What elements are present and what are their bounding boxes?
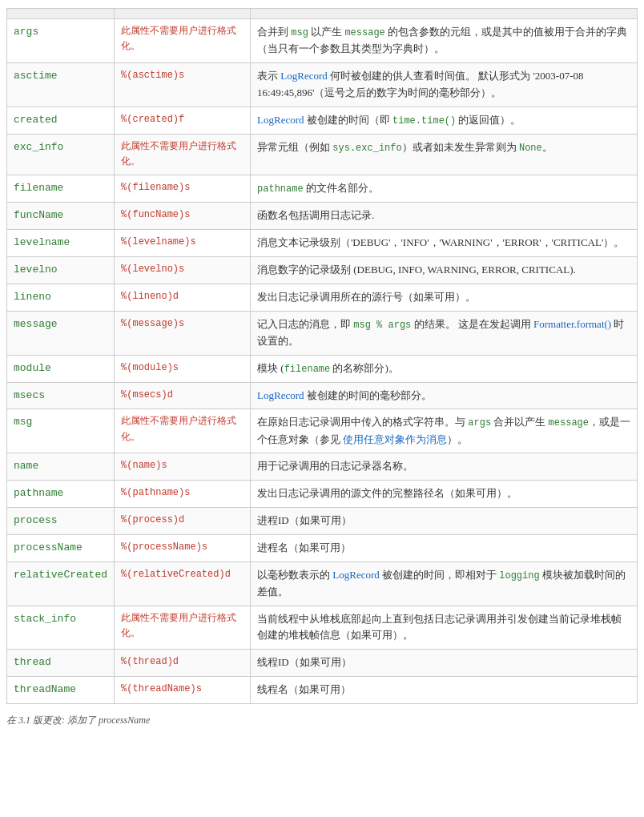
- attr-desc: 表示 LogRecord 何时被创建的供人查看时间值。 默认形式为 '2003-…: [251, 62, 638, 107]
- attr-name: name: [7, 453, 115, 481]
- table-row: lineno%(lineno)d发出日志记录调用所在的源行号（如果可用）。: [7, 284, 638, 311]
- attr-name: threadName: [7, 677, 115, 704]
- table-row: levelname%(levelname)s消息文本记录级别（'DEBUG'，'…: [7, 230, 638, 257]
- attr-name: asctime: [7, 62, 115, 107]
- attr-desc: 发出日志记录调用所在的源行号（如果可用）。: [251, 284, 638, 311]
- table-row: created%(created)fLogRecord 被创建的时间（即 tim…: [7, 107, 638, 134]
- attr-name: stack_info: [7, 606, 115, 650]
- table-row: name%(name)s用于记录调用的日志记录器名称。: [7, 453, 638, 481]
- attr-format: %(funcName)s: [115, 203, 251, 230]
- attr-desc: 在原始日志记录调用中传入的格式字符串。与 args 合并以产生 message，…: [251, 409, 638, 453]
- attr-desc: 模块 (filename 的名称部分)。: [251, 355, 638, 382]
- attr-name: args: [7, 19, 115, 63]
- table-row: msecs%(msecs)dLogRecord 被创建的时间的毫秒部分。: [7, 382, 638, 409]
- attr-format: %(process)d: [115, 508, 251, 535]
- attr-format: %(asctime)s: [115, 62, 251, 107]
- table-row: msg此属性不需要用户进行格式化。在原始日志记录调用中传入的格式字符串。与 ar…: [7, 409, 638, 453]
- attr-desc: 记入日志的消息，即 msg % args 的结果。 这是在发起调用 Format…: [251, 311, 638, 355]
- attr-format: %(created)f: [115, 107, 251, 134]
- col-header-name: [7, 9, 115, 19]
- attr-desc: 消息数字的记录级别 (DEBUG, INFO, WARNING, ERROR, …: [251, 256, 638, 284]
- col-header-desc: [251, 9, 638, 19]
- attr-name: relativeCreated: [7, 561, 115, 606]
- table-row: thread%(thread)d线程ID（如果可用）: [7, 650, 638, 677]
- table-row: relativeCreated%(relativeCreated)d以毫秒数表示…: [7, 561, 638, 606]
- attr-desc: 用于记录调用的日志记录器名称。: [251, 453, 638, 481]
- attr-name: filename: [7, 175, 115, 203]
- attr-name: thread: [7, 650, 115, 677]
- table-row: threadName%(threadName)s线程名（如果可用）: [7, 677, 638, 704]
- attr-desc: LogRecord 被创建的时间的毫秒部分。: [251, 382, 638, 409]
- attr-format: 此属性不需要用户进行格式化。: [115, 134, 251, 175]
- attr-format: 此属性不需要用户进行格式化。: [115, 409, 251, 453]
- attr-desc: 进程名（如果可用）: [251, 534, 638, 561]
- attr-name: pathname: [7, 481, 115, 508]
- attr-format: %(message)s: [115, 311, 251, 355]
- table-row: exc_info此属性不需要用户进行格式化。异常元组（例如 sys.exc_in…: [7, 134, 638, 175]
- attr-desc: 以毫秒数表示的 LogRecord 被创建的时间，即相对于 logging 模块…: [251, 561, 638, 606]
- attr-desc: 函数名包括调用日志记录.: [251, 203, 638, 230]
- attr-format: %(name)s: [115, 453, 251, 481]
- attr-name: processName: [7, 534, 115, 561]
- attr-name: funcName: [7, 203, 115, 230]
- table-row: args此属性不需要用户进行格式化。合并到 msg 以产生 message 的包…: [7, 19, 638, 63]
- attr-format: %(relativeCreated)d: [115, 561, 251, 606]
- table-row: levelno%(levelno)s消息数字的记录级别 (DEBUG, INFO…: [7, 256, 638, 284]
- attr-name: created: [7, 107, 115, 134]
- footer-note: 在 3.1 版更改: 添加了 processName: [6, 714, 638, 727]
- attr-format: %(thread)d: [115, 650, 251, 677]
- attr-name: message: [7, 311, 115, 355]
- attr-format: %(processName)s: [115, 534, 251, 561]
- attr-format: %(pathname)s: [115, 481, 251, 508]
- table-row: module%(module)s模块 (filename 的名称部分)。: [7, 355, 638, 382]
- attr-name: module: [7, 355, 115, 382]
- attr-desc: 进程ID（如果可用）: [251, 508, 638, 535]
- attr-name: process: [7, 508, 115, 535]
- table-row: processName%(processName)s进程名（如果可用）: [7, 534, 638, 561]
- attr-desc: LogRecord 被创建的时间（即 time.time() 的返回值）。: [251, 107, 638, 134]
- attr-name: lineno: [7, 284, 115, 311]
- attr-desc: 线程ID（如果可用）: [251, 650, 638, 677]
- attr-name: exc_info: [7, 134, 115, 175]
- table-row: message%(message)s记入日志的消息，即 msg % args 的…: [7, 311, 638, 355]
- attr-format: %(levelname)s: [115, 230, 251, 257]
- attr-format: %(lineno)d: [115, 284, 251, 311]
- attr-name: levelname: [7, 230, 115, 257]
- col-header-format: [115, 9, 251, 19]
- table-row: process%(process)d进程ID（如果可用）: [7, 508, 638, 535]
- attributes-table: args此属性不需要用户进行格式化。合并到 msg 以产生 message 的包…: [6, 8, 638, 704]
- table-row: filename%(filename)spathname 的文件名部分。: [7, 175, 638, 203]
- attr-desc: 线程名（如果可用）: [251, 677, 638, 704]
- attr-format: %(threadName)s: [115, 677, 251, 704]
- attr-format: %(module)s: [115, 355, 251, 382]
- attr-desc: 合并到 msg 以产生 message 的包含参数的元组，或是其中的值被用于合并…: [251, 19, 638, 63]
- table-row: stack_info此属性不需要用户进行格式化。当前线程中从堆栈底部起向上直到包…: [7, 606, 638, 650]
- attr-format: %(levelno)s: [115, 256, 251, 284]
- attr-format: %(filename)s: [115, 175, 251, 203]
- attr-format: 此属性不需要用户进行格式化。: [115, 606, 251, 650]
- attr-name: levelno: [7, 256, 115, 284]
- attr-name: msg: [7, 409, 115, 453]
- attr-desc: 异常元组（例如 sys.exc_info）或者如未发生异常则为 None。: [251, 134, 638, 175]
- table-row: funcName%(funcName)s函数名包括调用日志记录.: [7, 203, 638, 230]
- table-row: pathname%(pathname)s发出日志记录调用的源文件的完整路径名（如…: [7, 481, 638, 508]
- attr-desc: 消息文本记录级别（'DEBUG'，'INFO'，'WARNING'，'ERROR…: [251, 230, 638, 257]
- table-row: asctime%(asctime)s表示 LogRecord 何时被创建的供人查…: [7, 62, 638, 107]
- attr-desc: pathname 的文件名部分。: [251, 175, 638, 203]
- attr-format: 此属性不需要用户进行格式化。: [115, 19, 251, 63]
- attr-desc: 发出日志记录调用的源文件的完整路径名（如果可用）。: [251, 481, 638, 508]
- attr-name: msecs: [7, 382, 115, 409]
- attr-desc: 当前线程中从堆栈底部起向上直到包括日志记录调用并引发创建当前记录堆栈帧创建的堆栈…: [251, 606, 638, 650]
- attr-format: %(msecs)d: [115, 382, 251, 409]
